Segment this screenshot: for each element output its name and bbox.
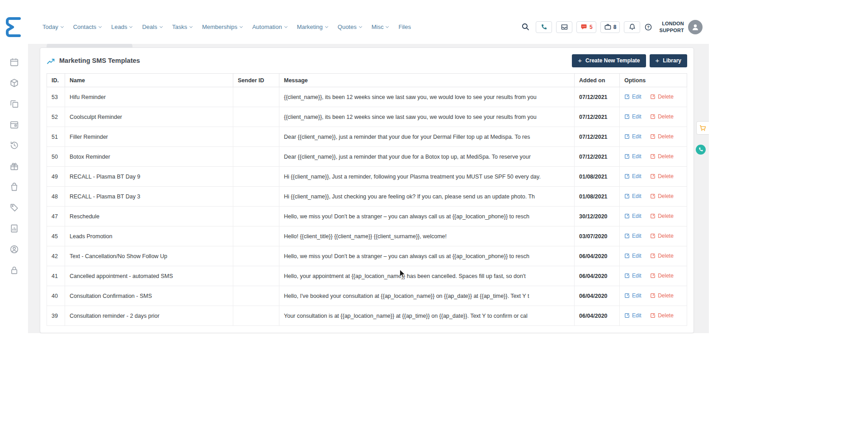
- edit-link[interactable]: Edit: [624, 253, 642, 259]
- cell-options: Edit Delete: [620, 87, 687, 107]
- avatar[interactable]: [688, 20, 703, 34]
- cell-name: Coolsculpt Reminder: [65, 107, 233, 127]
- nav-item-marketing[interactable]: Marketing: [297, 24, 328, 30]
- cell-message: Hello, your appointment at {{ap_location…: [279, 266, 575, 286]
- user-clock-icon[interactable]: [9, 245, 19, 254]
- nav-item-leads[interactable]: Leads: [111, 24, 132, 30]
- delete-link[interactable]: Delete: [650, 133, 674, 140]
- cell-options: Edit Delete: [620, 246, 687, 266]
- cell-id: 39: [47, 306, 65, 326]
- edit-link[interactable]: Edit: [624, 153, 642, 160]
- calendar-event-icon[interactable]: [9, 120, 19, 129]
- edit-link[interactable]: Edit: [624, 312, 642, 319]
- cell-name: Cancelled appointment - automated SMS: [65, 266, 233, 286]
- table-row: 53 Hifu Reminder {{client_name}}, its be…: [47, 87, 687, 107]
- nav-item-contacts[interactable]: Contacts: [73, 24, 101, 30]
- cell-sender-id: [233, 87, 279, 107]
- table-row: 45 Leads Promotion Hello! {{client_title…: [47, 226, 687, 246]
- cell-message: Hello, we miss you! Don't be a stranger …: [279, 246, 575, 266]
- help-icon[interactable]: ?: [644, 23, 652, 31]
- calendar-icon[interactable]: [9, 57, 19, 67]
- delete-link[interactable]: Delete: [650, 113, 674, 120]
- col-id: ID.: [47, 74, 65, 87]
- delete-link[interactable]: Delete: [650, 312, 674, 319]
- nav-item-automation[interactable]: Automation: [252, 24, 287, 30]
- edit-link[interactable]: Edit: [624, 273, 642, 279]
- table-row: 48 RECALL - Plasma BT Day 3 Hi {{client_…: [47, 187, 687, 207]
- nav-item-deals[interactable]: Deals: [142, 24, 162, 30]
- cell-sender-id: [233, 167, 279, 187]
- delete-link[interactable]: Delete: [650, 173, 674, 179]
- cell-message: Hello! {{client_title}} {{client_name}} …: [279, 226, 575, 246]
- left-sidebar: [0, 44, 28, 333]
- cell-added-on: 01/08/2021: [575, 167, 620, 187]
- table-row: 49 RECALL - Plasma BT Day 9 Hi {{client_…: [47, 167, 687, 187]
- cell-added-on: 07/12/2021: [575, 87, 620, 107]
- cell-added-on: 06/04/2020: [575, 246, 620, 266]
- nav-item-misc[interactable]: Misc: [372, 24, 389, 30]
- cell-name: RECALL - Plasma BT Day 9: [65, 167, 233, 187]
- nav-item-files[interactable]: Files: [398, 24, 410, 30]
- cell-added-on: 06/04/2020: [575, 286, 620, 306]
- cell-id: 52: [47, 107, 65, 127]
- nav-item-memberships[interactable]: Memberships: [202, 24, 242, 30]
- history-icon[interactable]: [9, 141, 19, 150]
- cell-options: Edit Delete: [620, 226, 687, 246]
- cell-name: Hifu Reminder: [65, 87, 233, 107]
- delete-link[interactable]: Delete: [650, 213, 674, 219]
- edit-link[interactable]: Edit: [624, 292, 642, 299]
- edit-link[interactable]: Edit: [624, 213, 642, 219]
- edit-link[interactable]: Edit: [624, 113, 642, 120]
- pos-button[interactable]: 8: [600, 21, 620, 33]
- delete-link[interactable]: Delete: [650, 253, 674, 259]
- search-icon[interactable]: [521, 23, 530, 31]
- table-row: 40 Consultation Confirmation - SMS Hello…: [47, 286, 687, 306]
- edit-link[interactable]: Edit: [624, 94, 642, 100]
- cell-added-on: 06/04/2020: [575, 306, 620, 326]
- copy-icon[interactable]: [9, 99, 19, 108]
- card-header: Marketing SMS Templates + Create New Tem…: [47, 48, 687, 73]
- delete-link[interactable]: Delete: [650, 292, 674, 299]
- lock-icon[interactable]: [9, 265, 19, 275]
- cell-sender-id: [233, 266, 279, 286]
- gift-icon[interactable]: [9, 161, 19, 171]
- table-header: ID. Name Sender ID Message Added on Opti…: [47, 74, 687, 87]
- edit-link[interactable]: Edit: [624, 233, 642, 239]
- delete-link[interactable]: Delete: [650, 233, 674, 239]
- shopping-bag-icon[interactable]: [9, 182, 19, 192]
- cell-message: Dear {{client_name}}, just a reminder th…: [279, 127, 575, 147]
- cell-options: Edit Delete: [620, 107, 687, 127]
- table-row: 39 Consultation reminder - 2 days prior …: [47, 306, 687, 326]
- edit-link[interactable]: Edit: [624, 193, 642, 199]
- nav-item-tasks[interactable]: Tasks: [172, 24, 192, 30]
- cell-id: 40: [47, 286, 65, 306]
- cell-message: Hi {{client_name}}, Just checking you ar…: [279, 187, 575, 207]
- edit-link[interactable]: Edit: [624, 173, 642, 179]
- notifications-button[interactable]: [624, 21, 640, 33]
- nav-item-quotes[interactable]: Quotes: [338, 24, 362, 30]
- app-logo-icon[interactable]: [5, 16, 24, 38]
- whatsapp-button[interactable]: [696, 145, 706, 155]
- cell-options: Edit Delete: [620, 147, 687, 167]
- inbox-button[interactable]: [556, 21, 572, 33]
- edit-link[interactable]: Edit: [624, 133, 642, 140]
- report-icon[interactable]: [9, 224, 19, 233]
- package-icon[interactable]: [9, 78, 19, 88]
- chevron-down-icon: [240, 24, 243, 28]
- cell-message: {{client_name}}, its been 12 weeks since…: [279, 107, 575, 127]
- library-button[interactable]: + Library: [650, 54, 687, 67]
- delete-link[interactable]: Delete: [650, 273, 674, 279]
- tag-icon[interactable]: [9, 203, 19, 212]
- delete-link[interactable]: Delete: [650, 193, 674, 199]
- delete-link[interactable]: Delete: [650, 153, 674, 160]
- delete-link[interactable]: Delete: [650, 94, 674, 100]
- table-row: 50 Botox Reminder Dear {{client_name}}, …: [47, 147, 687, 167]
- templates-card: Marketing SMS Templates + Create New Tem…: [40, 47, 694, 333]
- nav-item-today[interactable]: Today: [42, 24, 63, 30]
- cart-tab-button[interactable]: [696, 121, 709, 135]
- cell-message: Dear {{client_name}}, just a reminder th…: [279, 147, 575, 167]
- create-new-template-button[interactable]: + Create New Template: [572, 54, 646, 67]
- phone-button[interactable]: [536, 21, 552, 33]
- cell-sender-id: [233, 147, 279, 167]
- chat-button[interactable]: 5: [576, 21, 596, 33]
